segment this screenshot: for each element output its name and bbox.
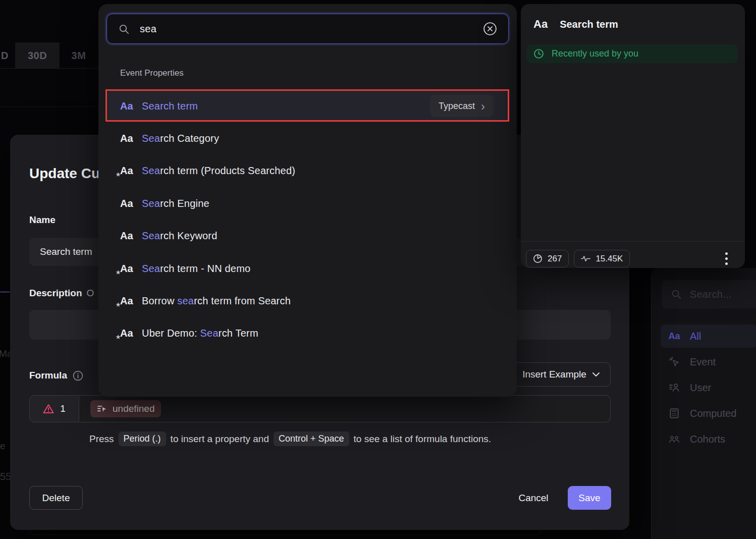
sidebar-item[interactable]: Aa All <box>661 325 756 348</box>
text-property-icon: Aa* <box>120 295 142 307</box>
cohorts-icon <box>668 434 681 445</box>
sidebar-item[interactable]: Cohorts <box>661 427 756 451</box>
formula-row: 1 undefined <box>29 395 611 422</box>
property-label: Search term (Products Searched) <box>142 165 295 177</box>
app-root: D 30D 3M May e 55 Search... Aa All <box>0 0 756 539</box>
custom-property-asterisk: * <box>116 170 120 182</box>
detail-header: Aa Search term <box>533 18 618 31</box>
text-property-icon: Aa <box>120 198 142 209</box>
sidebar-search-placeholder: Search... <box>690 289 732 300</box>
time-range-button-fragment[interactable]: D <box>0 42 17 69</box>
custom-event-icon <box>97 405 107 413</box>
search-icon <box>671 289 682 300</box>
detail-title: Search term <box>560 19 618 30</box>
custom-property-asterisk: * <box>116 300 120 312</box>
time-range-button-30d[interactable]: 30D <box>15 42 60 69</box>
clear-icon[interactable] <box>483 22 497 36</box>
group-label: Event Properties <box>120 68 184 78</box>
event-volume-pill[interactable]: 15.45K <box>574 250 630 267</box>
formula-input[interactable]: undefined <box>79 395 611 422</box>
property-row[interactable]: Aa Search Engine <box>106 187 509 220</box>
divider <box>0 68 98 69</box>
warning-icon <box>43 404 54 414</box>
text-property-icon: Aa <box>668 331 681 342</box>
name-label: Name <box>29 214 56 226</box>
info-icon[interactable] <box>73 370 83 381</box>
property-label: Uber Demo: Search Term <box>142 328 258 339</box>
top-values-pill[interactable]: 267 <box>526 250 569 267</box>
divider <box>521 241 745 242</box>
property-detail-panel: Aa Search term Recently used by you 267 <box>521 4 745 268</box>
property-label: Search term <box>142 100 198 112</box>
sidebar-item-label: All <box>690 331 701 342</box>
time-range-button-3m[interactable]: 3M <box>60 42 98 69</box>
sidebar-item[interactable]: Computed <box>661 402 756 425</box>
property-label: Search term - NN demo <box>142 263 250 275</box>
property-row[interactable]: Aa Search Keyword <box>106 220 509 252</box>
property-label: Search Category <box>142 133 219 144</box>
property-results-list: Aa Search term Typecast › Aa Search Cate… <box>106 90 509 350</box>
sidebar-items: Aa All Event <box>661 325 756 451</box>
sidebar-item-label: User <box>690 382 711 394</box>
axis-label-fragment: e <box>0 441 6 452</box>
optional-fragment: O <box>87 288 94 298</box>
badge-label: Recently used by you <box>552 48 638 59</box>
cancel-button[interactable]: Cancel <box>501 486 566 510</box>
sidebar-item[interactable]: User <box>661 376 756 399</box>
custom-property-asterisk: * <box>116 333 120 345</box>
pulse-icon <box>581 254 590 263</box>
more-options-button[interactable] <box>725 252 728 265</box>
keyboard-chip-control-space: Control + Space <box>274 432 349 446</box>
chart-line-fragment <box>0 291 10 293</box>
typecast-button[interactable]: Typecast › <box>430 95 494 117</box>
property-row[interactable]: Aa* Search term - NN demo <box>106 252 509 285</box>
text-property-icon: Aa* <box>120 328 142 339</box>
property-row[interactable]: Aa* Search term (Products Searched) <box>106 155 509 187</box>
property-row[interactable]: Aa Search term Typecast › <box>106 90 509 122</box>
text-property-icon: Aa* <box>120 263 142 275</box>
chevron-down-icon <box>592 372 600 376</box>
description-label: DescriptionO <box>29 288 94 299</box>
user-icon <box>668 382 681 393</box>
search-input[interactable]: sea <box>106 14 509 44</box>
formula-token-undefined[interactable]: undefined <box>90 400 161 417</box>
axis-label-fragment: 55 <box>0 471 11 482</box>
keyboard-chip-period: Period (.) <box>119 432 166 446</box>
property-label: Borrow search term from Search <box>142 295 291 307</box>
insert-example-button[interactable]: Insert Example <box>511 362 611 387</box>
property-row[interactable]: Aa* Uber Demo: Search Term <box>106 317 509 350</box>
property-row[interactable]: Aa* Borrow search term from Search <box>106 285 509 317</box>
formula-label: Formula <box>29 370 83 381</box>
detail-stats: 267 15.45K <box>526 250 630 267</box>
sidebar-item-label: Cohorts <box>690 434 725 445</box>
search-query: sea <box>140 23 473 35</box>
formula-error-count[interactable]: 1 <box>29 395 79 422</box>
text-property-icon: Aa* <box>120 165 142 177</box>
formula-hint: Press Period (.) to insert a property an… <box>89 432 491 446</box>
property-search-dropdown: sea Event Properties Aa Search term Type… <box>98 4 517 397</box>
clock-icon <box>533 48 544 59</box>
sidebar-search-input[interactable]: Search... <box>662 280 756 308</box>
delete-button[interactable]: Delete <box>29 486 83 510</box>
sidebar-item[interactable]: Event <box>661 350 756 373</box>
text-property-icon: Aa <box>120 100 142 112</box>
text-property-icon: Aa <box>120 133 142 144</box>
property-type-sidebar: Search... Aa All <box>651 268 756 539</box>
modal-title: Update Cu <box>29 166 100 182</box>
event-icon <box>668 356 681 367</box>
error-count: 1 <box>60 403 66 414</box>
sidebar-item-label: Event <box>690 356 716 368</box>
property-label: Search Keyword <box>142 230 218 242</box>
recently-used-badge: Recently used by you <box>527 44 737 63</box>
divider <box>0 106 98 107</box>
text-property-icon: Aa <box>120 230 142 242</box>
custom-property-asterisk: * <box>116 268 120 280</box>
sidebar-item-label: Computed <box>690 408 736 419</box>
property-label: Search Engine <box>142 198 209 209</box>
text-property-icon: Aa <box>533 18 548 31</box>
property-row[interactable]: Aa Search Category <box>106 122 509 154</box>
computed-icon <box>668 408 681 419</box>
save-button[interactable]: Save <box>568 486 611 510</box>
name-value: Search term <box>40 246 92 257</box>
search-icon <box>118 23 130 35</box>
